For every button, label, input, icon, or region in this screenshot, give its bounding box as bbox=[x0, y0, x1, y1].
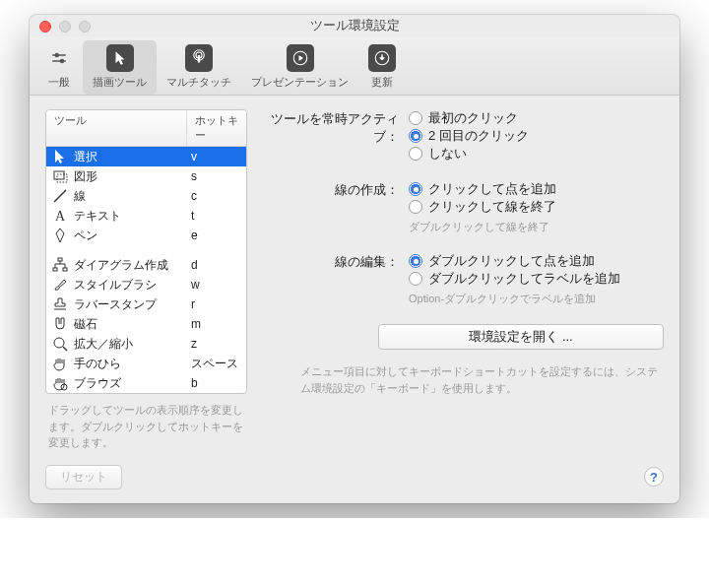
table-row[interactable]: 手のひらスペース bbox=[46, 354, 246, 373]
table-row[interactable]: スタイルブラシw bbox=[46, 275, 246, 294]
group-label: 線の作成： bbox=[261, 180, 409, 234]
rect-icon bbox=[52, 168, 68, 184]
radio-option[interactable]: 最初のクリック bbox=[409, 109, 664, 127]
radio-option[interactable]: しない bbox=[409, 145, 664, 163]
tab-general[interactable]: 一般 bbox=[35, 40, 83, 95]
radio-icon bbox=[409, 111, 422, 125]
row-hotkey: スペース bbox=[191, 356, 240, 372]
row-name: テキスト bbox=[68, 208, 191, 225]
toolbar: 一般 描画ツール マルチタッチ プレゼンテーション 更新 bbox=[30, 36, 679, 96]
table-row[interactable]: 図形s bbox=[46, 166, 246, 186]
row-hotkey: v bbox=[191, 150, 240, 163]
line-icon bbox=[52, 188, 68, 204]
group-line-edit: 線の編集：ダブルクリックして点を追加ダブルクリックしてラベルを追加Option-… bbox=[261, 252, 664, 306]
svg-rect-9 bbox=[57, 174, 67, 182]
option-label: 最初のクリック bbox=[428, 109, 518, 127]
radio-icon bbox=[409, 200, 422, 214]
option-label: 2 回目のクリック bbox=[428, 127, 529, 145]
svg-point-15 bbox=[54, 338, 64, 348]
reset-button[interactable]: リセット bbox=[45, 465, 122, 490]
row-hotkey: t bbox=[191, 209, 240, 223]
cursor-icon bbox=[52, 149, 68, 164]
download-icon bbox=[368, 44, 396, 72]
option-label: クリックして線を終了 bbox=[428, 198, 556, 216]
open-prefs-button[interactable]: 環境設定を開く ... bbox=[378, 324, 664, 350]
group-label: 線の編集： bbox=[261, 252, 409, 306]
table-row[interactable]: 拡大／縮小z bbox=[46, 334, 246, 354]
row-name: 拡大／縮小 bbox=[68, 336, 191, 353]
hand-icon bbox=[52, 356, 68, 371]
zoom-icon-window[interactable] bbox=[79, 21, 91, 33]
svg-point-2 bbox=[55, 54, 58, 57]
group-hint: Option-ダブルクリックでラベルを追加 bbox=[409, 292, 664, 306]
stamp-icon bbox=[52, 296, 68, 312]
pen-icon bbox=[52, 228, 68, 243]
svg-point-3 bbox=[61, 60, 64, 63]
browse-icon bbox=[52, 375, 68, 391]
cursor-icon bbox=[106, 44, 134, 72]
svg-text:A: A bbox=[55, 209, 66, 224]
row-hotkey: b bbox=[191, 376, 240, 390]
help-button[interactable]: ? bbox=[644, 467, 664, 487]
radio-icon bbox=[409, 147, 422, 161]
svg-rect-13 bbox=[53, 268, 57, 271]
table-row[interactable]: ラバースタンプr bbox=[46, 294, 246, 314]
text-icon: A bbox=[52, 208, 68, 224]
titlebar: ツール環境設定 bbox=[30, 15, 679, 36]
table-row[interactable]: 線c bbox=[46, 186, 246, 206]
radio-option[interactable]: クリックして線を終了 bbox=[409, 198, 664, 216]
radio-icon bbox=[409, 129, 422, 143]
table-row[interactable]: 選択v bbox=[46, 147, 246, 166]
row-name: 磁石 bbox=[68, 316, 191, 333]
zoom-icon bbox=[52, 336, 68, 352]
option-label: ダブルクリックしてラベルを追加 bbox=[428, 270, 620, 288]
row-hotkey: r bbox=[191, 297, 240, 311]
prefs-window: ツール環境設定 一般 描画ツール マルチタッチ プレゼンテーション bbox=[30, 15, 679, 503]
row-hotkey: w bbox=[191, 278, 240, 292]
reorder-hint: ドラッグしてツールの表示順序を変更します。ダブルクリックしてホットキーを変更しま… bbox=[45, 402, 247, 451]
table-row[interactable]: ペンe bbox=[46, 226, 246, 245]
table-header: ツール ホットキー bbox=[46, 110, 246, 147]
row-name: 選択 bbox=[68, 149, 191, 165]
row-name: スタイルブラシ bbox=[68, 277, 191, 294]
svg-rect-14 bbox=[63, 268, 67, 271]
radio-icon bbox=[409, 254, 422, 268]
row-hotkey: z bbox=[191, 337, 240, 351]
row-name: 線 bbox=[68, 188, 191, 205]
table-row[interactable]: 磁石m bbox=[46, 314, 246, 334]
row-hotkey: c bbox=[191, 189, 240, 203]
col-tool[interactable]: ツール bbox=[46, 110, 187, 146]
group-line-create: 線の作成：クリックして点を追加クリックして線を終了ダブルクリックして線を終了 bbox=[261, 180, 664, 234]
table-row[interactable]: Aテキストt bbox=[46, 206, 246, 226]
shortcut-hint: メニュー項目に対してキーボードショートカットを設定するには、システム環境設定の「… bbox=[261, 363, 664, 396]
minimize-icon[interactable] bbox=[59, 21, 71, 33]
sliders-icon bbox=[45, 44, 73, 72]
option-label: ダブルクリックして点を追加 bbox=[428, 252, 595, 270]
radio-icon bbox=[409, 182, 422, 196]
play-icon bbox=[287, 44, 314, 72]
close-icon[interactable] bbox=[39, 21, 51, 33]
row-hotkey: e bbox=[191, 229, 240, 242]
radio-option[interactable]: 2 回目のクリック bbox=[409, 127, 664, 145]
svg-rect-8 bbox=[54, 171, 64, 179]
tab-multitouch[interactable]: マルチタッチ bbox=[157, 40, 241, 95]
tab-update[interactable]: 更新 bbox=[358, 40, 406, 95]
table-row[interactable]: ブラウズb bbox=[46, 373, 246, 393]
option-label: クリックして点を追加 bbox=[428, 180, 556, 198]
option-label: しない bbox=[428, 145, 467, 163]
radio-icon bbox=[409, 272, 422, 286]
radio-option[interactable]: ダブルクリックして点を追加 bbox=[409, 252, 664, 270]
col-hotkey[interactable]: ホットキー bbox=[187, 110, 246, 146]
tool-table: ツール ホットキー 選択v図形s線cAテキストtペンe ダイアグラム作成dスタイ… bbox=[45, 109, 247, 394]
tab-presentation[interactable]: プレゼンテーション bbox=[241, 40, 358, 95]
radio-option[interactable]: クリックして点を追加 bbox=[409, 180, 664, 198]
row-name: 手のひら bbox=[68, 356, 191, 372]
table-row[interactable]: ダイアグラム作成d bbox=[46, 255, 246, 275]
row-hotkey: d bbox=[191, 258, 240, 272]
radio-option[interactable]: ダブルクリックしてラベルを追加 bbox=[409, 270, 664, 288]
touch-icon bbox=[185, 44, 213, 72]
brush-icon bbox=[52, 277, 68, 293]
row-name: ラバースタンプ bbox=[68, 296, 191, 313]
row-hotkey: s bbox=[191, 169, 240, 183]
tab-drawing-tools[interactable]: 描画ツール bbox=[83, 40, 157, 95]
